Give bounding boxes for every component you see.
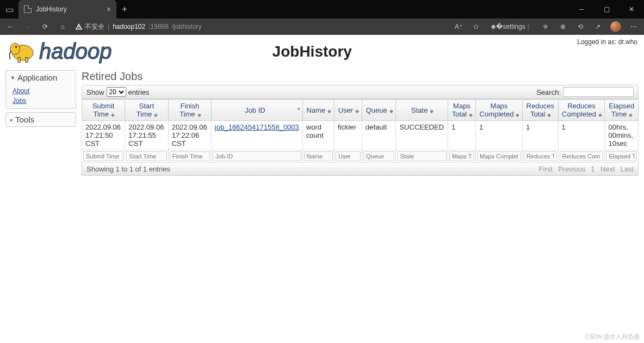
url-divider: | xyxy=(108,23,109,30)
divider-icon: | xyxy=(523,22,533,32)
expand-icon: ▸ xyxy=(10,117,13,122)
pager-last[interactable]: Last xyxy=(620,165,634,173)
filter-row xyxy=(82,150,639,163)
back-button[interactable]: ← xyxy=(5,23,15,30)
col-job-id[interactable]: Job ID▾ xyxy=(212,100,303,121)
extensions-icon[interactable]: �settings xyxy=(506,22,516,32)
cell-job-id: job_1662454171558_0003 xyxy=(212,121,303,150)
cell-maps-total: 1 xyxy=(448,121,475,150)
filter-maps-total[interactable] xyxy=(449,151,474,161)
url-path: /jobhistory xyxy=(172,23,202,30)
svg-rect-3 xyxy=(18,57,20,62)
watermark: CSDN @在人间负债 xyxy=(585,333,640,341)
tabs-menu-icon[interactable]: ▭ xyxy=(0,0,18,19)
favorite-icon[interactable]: ✩ xyxy=(471,22,481,32)
filter-elapsed-time[interactable] xyxy=(606,151,637,161)
insecure-warning[interactable]: 不安全 xyxy=(75,22,104,32)
filter-reduces-total[interactable] xyxy=(524,151,557,161)
pager-first[interactable]: First xyxy=(539,165,553,173)
sidebar-link-jobs[interactable]: Jobs xyxy=(13,97,26,105)
filter-name[interactable] xyxy=(304,151,333,161)
col-name[interactable]: Name◆ xyxy=(302,100,334,121)
col-start-time[interactable]: Start Time◆ xyxy=(125,100,168,121)
forward-button[interactable]: → xyxy=(23,23,33,30)
search-input[interactable] xyxy=(563,87,634,97)
col-reduces-total[interactable]: Reduces Total◆ xyxy=(522,100,558,121)
logo-text: hadoop xyxy=(39,39,112,64)
cell-submit-time: 2022.09.06 17:21:50 CST xyxy=(82,121,125,150)
share-icon[interactable]: ↗ xyxy=(593,22,603,32)
warning-icon xyxy=(75,23,83,30)
page-title: JobHistory xyxy=(112,43,512,60)
cell-reduces-total: 1 xyxy=(522,121,558,150)
col-user[interactable]: User◆ xyxy=(334,100,362,121)
datatable-footer: Showing 1 to 1 of 1 entries First Previo… xyxy=(82,163,639,176)
login-status: Logged in as: dr.who xyxy=(577,38,637,46)
col-submit-time[interactable]: Submit Time◆ xyxy=(82,100,125,121)
cell-state: SUCCEEDED xyxy=(396,121,448,150)
filter-submit-time[interactable] xyxy=(83,151,123,161)
minimize-button[interactable]: ─ xyxy=(569,0,594,19)
entries-label: entries xyxy=(128,88,150,96)
search-label: Search: xyxy=(536,88,561,96)
filter-finish-time[interactable] xyxy=(170,151,210,161)
job-link[interactable]: job_1662454171558_0003 xyxy=(215,123,299,131)
col-state[interactable]: State◆ xyxy=(396,100,448,121)
col-elapsed-time[interactable]: Elapsed Time◆ xyxy=(605,100,639,121)
maximize-button[interactable]: ▢ xyxy=(594,0,619,19)
svg-point-1 xyxy=(10,43,20,54)
more-menu-icon[interactable]: ⋯ xyxy=(629,22,639,32)
jobs-table: Submit Time◆ Start Time◆ Finish Time◆ Jo… xyxy=(82,99,639,163)
tab-title: JobHistory xyxy=(36,5,67,13)
sidebar-tools-header[interactable]: ▸ Tools xyxy=(6,113,76,126)
new-tab-button[interactable]: + xyxy=(116,0,133,19)
filter-job-id[interactable] xyxy=(213,151,301,161)
col-maps-completed[interactable]: Maps Completed◆ xyxy=(476,100,523,121)
cell-maps-completed: 1 xyxy=(476,121,523,150)
col-maps-total[interactable]: Maps Total◆ xyxy=(448,100,475,121)
favorites-bar-icon[interactable]: ✮ xyxy=(541,22,550,32)
show-label: Show xyxy=(86,88,104,96)
filter-queue[interactable] xyxy=(363,151,394,161)
page-icon xyxy=(24,5,32,13)
cell-elapsed-time: 00hrs, 00mins, 10sec xyxy=(605,121,639,150)
close-window-button[interactable]: ✕ xyxy=(619,0,644,19)
entries-select[interactable]: 20 xyxy=(107,87,126,97)
pager-next[interactable]: Next xyxy=(600,165,615,173)
sidebar-application: ▼ Application About Jobs xyxy=(5,70,76,109)
filter-user[interactable] xyxy=(336,151,361,161)
cell-reduces-completed: 1 xyxy=(558,121,605,150)
svg-rect-4 xyxy=(26,57,28,62)
pager-page[interactable]: 1 xyxy=(591,165,595,173)
read-aloud-icon[interactable]: A⁺ xyxy=(454,22,463,32)
url-area[interactable]: 不安全 | hadoop102:19888/jobhistory xyxy=(75,22,202,32)
profile-avatar[interactable] xyxy=(610,21,621,32)
address-bar: ← → ⟳ ⌂ 不安全 | hadoop102:19888/jobhistory… xyxy=(0,19,644,35)
cell-name: word count xyxy=(302,121,334,150)
elephant-icon xyxy=(7,40,37,64)
insecure-label: 不安全 xyxy=(85,22,104,32)
content-title: Retired Jobs xyxy=(82,70,639,83)
hadoop-logo[interactable]: hadoop xyxy=(7,39,112,64)
table-row: 2022.09.06 17:21:50 CST 2022.09.06 17:21… xyxy=(82,121,639,150)
col-reduces-completed[interactable]: Reduces Completed◆ xyxy=(558,100,605,121)
pager-previous[interactable]: Previous xyxy=(558,165,586,173)
filter-start-time[interactable] xyxy=(126,151,166,161)
browser-tab[interactable]: JobHistory × xyxy=(18,0,116,19)
close-tab-icon[interactable]: × xyxy=(107,5,111,14)
filter-maps-completed[interactable] xyxy=(477,151,521,161)
filter-reduces-completed[interactable] xyxy=(560,151,604,161)
sync-icon[interactable]: ⟲ xyxy=(575,22,585,32)
sidebar-link-about[interactable]: About xyxy=(13,87,29,95)
col-finish-time[interactable]: Finish Time◆ xyxy=(168,100,211,121)
refresh-button[interactable]: ⟳ xyxy=(40,23,50,30)
filter-state[interactable] xyxy=(397,151,447,161)
svg-point-2 xyxy=(15,46,17,48)
col-queue[interactable]: Queue◆ xyxy=(362,100,395,121)
home-button[interactable]: ⌂ xyxy=(58,23,67,30)
sidebar-application-header[interactable]: ▼ Application xyxy=(6,71,76,84)
tab-bar: ▭ JobHistory × + ─ ▢ ✕ xyxy=(0,0,644,19)
collections-icon[interactable]: ⊕ xyxy=(558,22,568,32)
datatable-toolbar: Show 20 entries Search: xyxy=(82,85,639,99)
cell-finish-time: 2022.09.06 17:22:06 CST xyxy=(168,121,211,150)
